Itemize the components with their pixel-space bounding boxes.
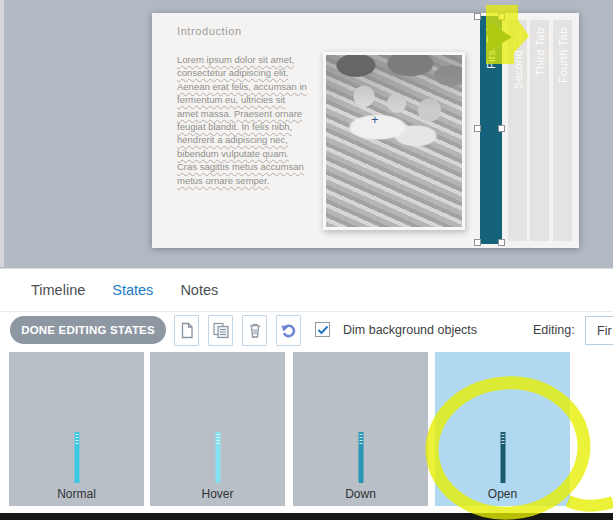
crosshair-icon: + (371, 112, 379, 127)
state-card-down[interactable]: Down (293, 352, 428, 506)
state-label: Normal (9, 487, 144, 501)
restore-state-icon (280, 322, 298, 339)
new-state-icon (179, 322, 195, 339)
slide-tab-second[interactable]: Second Tab (508, 20, 527, 241)
slide-title: Introduction (177, 25, 242, 37)
tab-thumbnail (74, 432, 79, 483)
state-label: Down (293, 487, 428, 501)
duplicate-state-button[interactable] (208, 315, 233, 346)
editing-label: Editing: (533, 323, 575, 337)
dim-background-label: Dim background objects (343, 323, 477, 337)
tab-thumbnail (215, 432, 220, 483)
selection-handle[interactable] (474, 13, 481, 20)
tab-notes[interactable]: Notes (180, 282, 218, 298)
state-card-open[interactable]: Open (435, 352, 570, 506)
delete-state-icon (247, 322, 263, 339)
selection-handle[interactable] (498, 13, 505, 20)
dim-background-checkbox[interactable] (315, 322, 330, 337)
states-editor-window: Introduction Lorem ipsum dolor sit amet,… (0, 0, 613, 522)
slide-tab-first-label: First Tab (485, 24, 497, 69)
tab-timeline[interactable]: Timeline (31, 282, 85, 298)
checkmark-icon (317, 325, 329, 335)
panel-nav-tabs: Timeline States Notes (0, 269, 613, 312)
tab-states[interactable]: States (112, 282, 153, 298)
done-editing-states-button[interactable]: DONE EDITING STATES (10, 316, 166, 344)
editing-state-dropdown[interactable]: Fir (585, 316, 613, 345)
canvas-left-strip (0, 0, 4, 267)
tab-thumbnail (358, 432, 363, 483)
timeline-states-panel: Timeline States Notes DONE EDITING STATE… (0, 268, 613, 522)
state-card-normal[interactable]: Normal (9, 352, 144, 506)
slide-tab-second-label: Second Tab (512, 28, 524, 89)
states-toolbar: DONE EDITING STATES (0, 312, 613, 352)
selection-handle[interactable] (474, 125, 481, 132)
state-card-hover[interactable]: Hover (150, 352, 285, 506)
slide-tab-third[interactable]: Third Tab (530, 20, 549, 241)
slide-body-text[interactable]: Lorem ipsum dolor sit amet, consectetur … (177, 53, 307, 187)
slide-tab-fourth[interactable]: Fourth Tab (553, 20, 572, 241)
selection-handle[interactable] (498, 239, 505, 246)
slide-preview: Introduction Lorem ipsum dolor sit amet,… (152, 13, 579, 248)
new-state-button[interactable] (174, 315, 199, 346)
tab-thumbnail (500, 432, 505, 483)
vegetables-photo[interactable] (323, 52, 465, 230)
state-label: Hover (150, 487, 285, 501)
delete-state-button[interactable] (242, 315, 267, 346)
slide-tab-third-label: Third Tab (534, 28, 546, 76)
selection-handle[interactable] (474, 239, 481, 246)
state-label: Open (435, 487, 570, 501)
bottom-bar (0, 513, 613, 520)
selection-handle[interactable] (498, 125, 505, 132)
restore-state-button[interactable] (276, 315, 301, 346)
duplicate-state-icon (212, 322, 230, 339)
stage-canvas: Introduction Lorem ipsum dolor sit amet,… (0, 0, 613, 268)
slide-tab-fourth-label: Fourth Tab (557, 28, 569, 83)
